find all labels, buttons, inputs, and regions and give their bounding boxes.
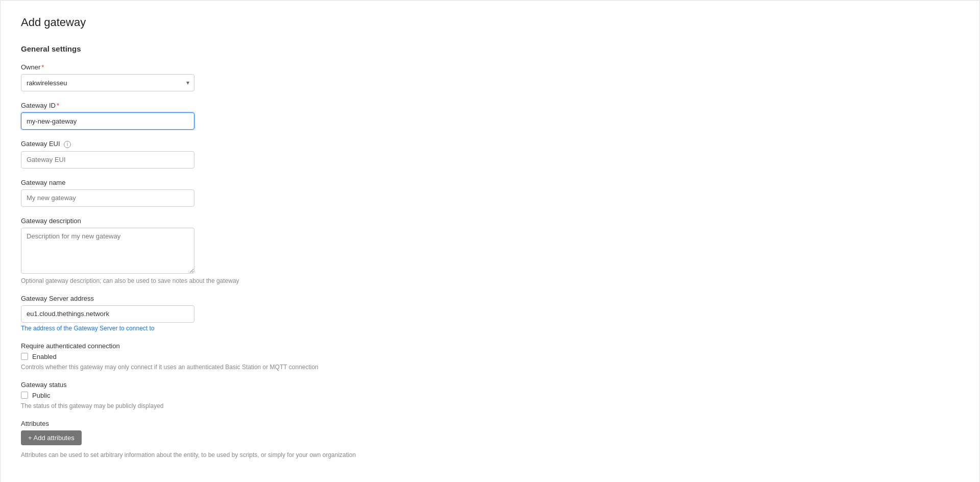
- gateway-eui-group: Gateway EUI i: [21, 140, 363, 168]
- gateway-id-required: *: [57, 102, 59, 109]
- form-content: Add gateway General settings Owner* rakw…: [1, 1, 383, 482]
- page-wrapper: Add gateway General settings Owner* rakw…: [0, 0, 980, 482]
- gateway-server-address-label: Gateway Server address: [21, 295, 363, 302]
- gateway-description-helper: Optional gateway description; can also b…: [21, 277, 363, 284]
- gateway-name-group: Gateway name: [21, 179, 363, 207]
- gateway-id-group: Gateway ID*: [21, 102, 363, 130]
- owner-label: Owner*: [21, 63, 363, 71]
- require-authenticated-checkbox-row: Enabled: [21, 353, 363, 360]
- section-general-settings: General settings: [21, 44, 363, 53]
- gateway-name-label: Gateway name: [21, 179, 363, 186]
- attributes-helper: Attributes can be used to set arbitrary …: [21, 451, 363, 459]
- gateway-status-checkbox[interactable]: [21, 392, 28, 399]
- gateway-server-address-group: Gateway Server address The address of th…: [21, 295, 363, 332]
- gateway-eui-label: Gateway EUI i: [21, 140, 363, 148]
- attributes-label: Attributes: [21, 420, 363, 427]
- attributes-group: Attributes + Add attributes Attributes c…: [21, 420, 363, 459]
- gateway-id-input[interactable]: [21, 112, 194, 130]
- gateway-id-label: Gateway ID*: [21, 102, 363, 109]
- gateway-server-address-input[interactable]: [21, 305, 194, 323]
- require-authenticated-checkbox-label: Enabled: [32, 353, 57, 360]
- gateway-description-label: Gateway description: [21, 217, 363, 225]
- page-title: Add gateway: [21, 16, 363, 29]
- owner-group: Owner* rakwirelesseu ▾: [21, 63, 363, 91]
- owner-required: *: [41, 63, 44, 71]
- owner-select-wrapper: rakwirelesseu ▾: [21, 74, 194, 91]
- gateway-name-input[interactable]: [21, 189, 194, 207]
- gateway-status-label: Gateway status: [21, 381, 363, 389]
- gateway-description-textarea[interactable]: [21, 228, 194, 274]
- gateway-eui-input[interactable]: [21, 151, 194, 168]
- gateway-status-group: Gateway status Public The status of this…: [21, 381, 363, 409]
- require-authenticated-group: Require authenticated connection Enabled…: [21, 342, 363, 371]
- gateway-description-group: Gateway description Optional gateway des…: [21, 217, 363, 284]
- gateway-status-checkbox-row: Public: [21, 392, 363, 399]
- add-attributes-button[interactable]: + Add attributes: [21, 430, 82, 445]
- gateway-status-checkbox-label: Public: [32, 392, 50, 399]
- gateway-server-address-helper: The address of the Gateway Server to con…: [21, 325, 363, 332]
- require-authenticated-label: Require authenticated connection: [21, 342, 363, 350]
- info-icon[interactable]: i: [64, 141, 71, 148]
- require-authenticated-helper: Controls whether this gateway may only c…: [21, 364, 363, 371]
- require-authenticated-checkbox[interactable]: [21, 353, 28, 360]
- gateway-status-helper: The status of this gateway may be public…: [21, 402, 363, 409]
- owner-select[interactable]: rakwirelesseu: [21, 74, 194, 91]
